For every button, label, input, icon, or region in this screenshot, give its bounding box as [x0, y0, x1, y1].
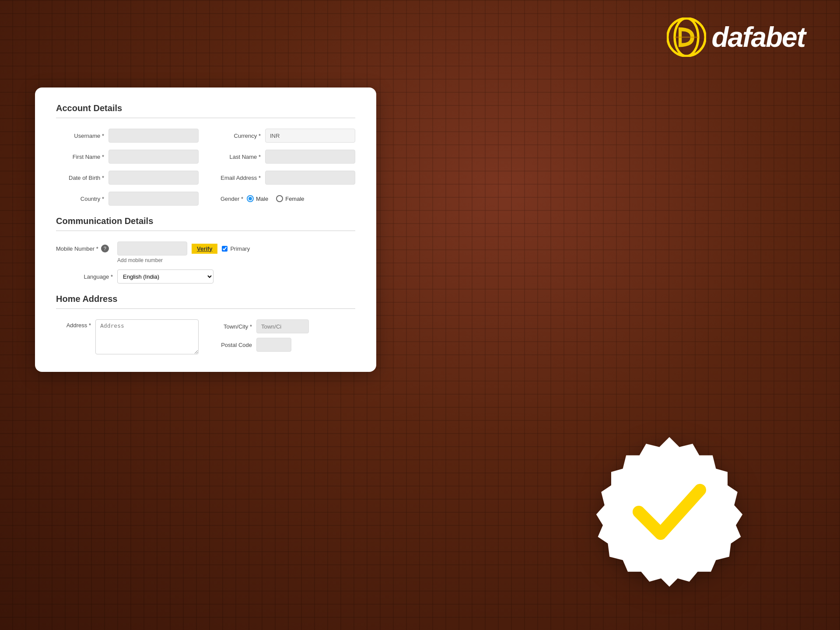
- home-section-title: Home Address: [56, 294, 355, 304]
- gender-male-label: Male: [256, 196, 268, 202]
- gender-label: Gender *: [213, 196, 243, 202]
- badge-shape: [586, 429, 752, 595]
- logo-area: dafabet: [667, 18, 805, 57]
- address-label: Address *: [56, 319, 91, 329]
- comm-section-title: Communication Details: [56, 216, 355, 226]
- currency-label: Currency *: [213, 133, 261, 139]
- badge-area: [586, 429, 752, 595]
- account-section-title: Account Details: [56, 103, 355, 113]
- language-select[interactable]: English (India): [117, 270, 214, 284]
- primary-label: Primary: [230, 245, 250, 252]
- verify-button[interactable]: Verify: [192, 244, 217, 254]
- dob-input[interactable]: [108, 171, 199, 185]
- account-section: Account Details Username * Currency * Fi…: [56, 103, 355, 206]
- postal-label: Postal Code: [213, 342, 252, 348]
- username-input[interactable]: [108, 129, 199, 143]
- country-label: Country *: [56, 196, 104, 202]
- mobile-label-wrapper: Mobile Number * ?: [56, 245, 113, 252]
- logo-text: dafabet: [711, 21, 805, 53]
- mobile-row: Mobile Number * ? Verify Primary: [56, 242, 355, 256]
- mobile-label: Mobile Number *: [56, 245, 98, 252]
- language-row: Language * English (India): [56, 270, 355, 284]
- town-field: Town/City *: [213, 319, 355, 333]
- gender-male-option[interactable]: Male: [247, 195, 268, 202]
- gender-female-radio[interactable]: [276, 195, 283, 202]
- home-section: Home Address Address * Town/City * Posta…: [56, 294, 355, 354]
- comm-section: Communication Details Mobile Number * ? …: [56, 216, 355, 284]
- country-input[interactable]: [108, 192, 199, 206]
- address-grid: Address * Town/City * Postal Code: [56, 319, 355, 354]
- firstname-input[interactable]: [108, 150, 199, 164]
- add-mobile-text: Add mobile number: [117, 257, 355, 263]
- firstname-label: First Name *: [56, 154, 104, 160]
- gender-female-option[interactable]: Female: [276, 195, 304, 202]
- primary-checkbox[interactable]: [222, 246, 228, 252]
- email-input[interactable]: [265, 171, 355, 185]
- country-field: Country *: [56, 192, 199, 206]
- gender-female-label: Female: [285, 196, 304, 202]
- dob-field: Date of Birth *: [56, 171, 199, 185]
- mobile-input[interactable]: [117, 242, 187, 256]
- checkmark-icon: [630, 481, 709, 542]
- primary-checkbox-wrapper[interactable]: Primary: [222, 245, 250, 252]
- town-label: Town/City *: [213, 323, 252, 330]
- form-card: Account Details Username * Currency * Fi…: [35, 88, 376, 372]
- dafabet-logo-icon: [667, 18, 706, 57]
- username-label: Username *: [56, 133, 104, 139]
- town-input[interactable]: [256, 319, 309, 333]
- address-input[interactable]: [95, 319, 199, 354]
- right-address-col: Town/City * Postal Code: [213, 319, 355, 354]
- dob-label: Date of Birth *: [56, 175, 104, 181]
- gender-options: Male Female: [247, 195, 304, 202]
- gender-male-radio[interactable]: [247, 195, 254, 202]
- lastname-label: Last Name *: [213, 154, 261, 160]
- lastname-field: Last Name *: [213, 150, 355, 164]
- lastname-input[interactable]: [265, 150, 355, 164]
- currency-field: Currency *: [213, 129, 355, 143]
- language-label: Language *: [56, 273, 113, 280]
- postal-field: Postal Code: [213, 338, 355, 352]
- gender-field: Gender * Male Female: [213, 192, 355, 206]
- address-field: Address *: [56, 319, 199, 354]
- mobile-help-icon[interactable]: ?: [101, 245, 109, 252]
- email-label: Email Address *: [213, 175, 261, 181]
- firstname-field: First Name *: [56, 150, 199, 164]
- currency-input[interactable]: [265, 129, 355, 143]
- email-field: Email Address *: [213, 171, 355, 185]
- username-field: Username *: [56, 129, 199, 143]
- postal-input[interactable]: [256, 338, 291, 352]
